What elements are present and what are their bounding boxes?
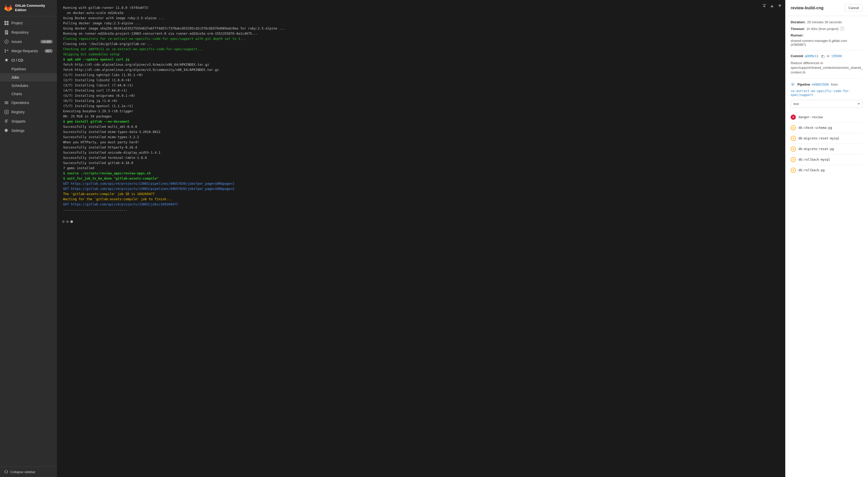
job-name: danger-review: [799, 115, 823, 119]
right-panel: review-build-cng Cancel Duration: 20 min…: [785, 0, 868, 477]
timeout-value: 1h 40m (from project): [806, 27, 838, 31]
job-status-pending-icon: ⏸: [790, 136, 796, 141]
pipelines-label: Pipelines: [11, 67, 26, 71]
sidebar-item-registry[interactable]: Registry: [0, 107, 57, 117]
terminal-dot-3: [70, 220, 73, 223]
sidebar-item-issues-label: Issues: [11, 39, 22, 44]
jobs-list: ✕ danger-review ⏸ db:check-schema-pg ⏸ d…: [790, 112, 863, 175]
job-name: db:migrate:reset-mysql: [799, 137, 840, 140]
duration-value: 20 minutes 30 seconds: [807, 20, 842, 24]
stage-select[interactable]: test build deploy: [790, 100, 863, 108]
charts-label: Charts: [11, 92, 22, 96]
job-item-check-schema-pg[interactable]: ⏸ db:check-schema-pg: [790, 123, 863, 133]
svg-rect-11: [822, 56, 824, 58]
sidebar-subitem-jobs[interactable]: Jobs: [0, 73, 57, 82]
merge-icon: [4, 49, 9, 53]
duration-label: Duration:: [790, 20, 806, 24]
sidebar-item-mr-label: Merge Requests: [11, 49, 38, 53]
sidebar-subitem-schedules[interactable]: Schedules: [0, 82, 57, 90]
svg-point-7: [5, 52, 6, 53]
right-panel-body: Duration: 20 minutes 30 seconds Timeout:…: [785, 16, 868, 477]
issues-badge: 14,493: [40, 40, 53, 43]
pipeline-link[interactable]: #49657839: [812, 83, 829, 86]
job-status-pending-icon: ⏸: [790, 168, 796, 173]
registry-icon: [4, 110, 9, 114]
job-title: review-build-cng: [790, 6, 824, 10]
job-name: db:check-schema-pg: [799, 126, 832, 129]
svg-point-6: [5, 49, 6, 50]
job-status-pending-icon: ⏸: [790, 157, 796, 162]
sidebar-item-repository[interactable]: Repository: [0, 28, 57, 37]
scroll-to-top-button[interactable]: [762, 3, 767, 8]
sidebar-header: GitLab Community Edition: [0, 0, 57, 16]
sidebar-subitem-pipelines[interactable]: Pipelines: [0, 65, 57, 73]
job-item-migrate-reset-pg[interactable]: ⏸ db:migrate:reset-pg: [790, 144, 863, 154]
job-status-pending-icon: ⏸: [790, 125, 796, 130]
terminal-dot-1: [62, 220, 65, 223]
pipeline-section: Pipeline #49657839 from ce-extract-ee-sp…: [790, 79, 863, 97]
pipeline-row: Pipeline #49657839 from: [790, 82, 863, 86]
runner-row: Runner: shared-runners-manager-6.gitlab.…: [790, 33, 863, 47]
collapse-sidebar-button[interactable]: Collapse sidebar: [4, 470, 53, 474]
runner-value: shared-runners-manager-6.gitlab.com (#38…: [790, 39, 863, 47]
sidebar-item-merge-requests[interactable]: Merge Requests 817: [0, 46, 57, 56]
sidebar-item-registry-label: Registry: [11, 110, 25, 114]
mr-badge: 817: [44, 49, 53, 53]
sidebar-footer: Collapse sidebar: [0, 467, 57, 477]
sidebar-item-snippets[interactable]: Snippets: [0, 117, 57, 126]
timeout-help-icon[interactable]: ?: [840, 27, 844, 31]
terminal-output: Running with gitlab-runner 11.8.0 (4745a…: [57, 0, 785, 217]
sidebar-item-cicd-label: CI / CD: [11, 58, 23, 62]
right-panel-header: review-build-cng Cancel: [785, 0, 868, 16]
job-name: db:rollback-mysql: [799, 158, 830, 161]
cicd-icon: [4, 58, 9, 63]
job-status-failed-icon: ✕: [790, 115, 796, 120]
commit-message: Reduce differences in spec/support/share…: [790, 61, 863, 75]
copy-commit-icon[interactable]: [821, 54, 825, 58]
job-item-danger-review[interactable]: ✕ danger-review: [790, 112, 863, 123]
terminal-dot-2: [66, 220, 69, 223]
timeout-row: Timeout: 1h 40m (from project) ?: [790, 27, 863, 31]
job-item-rollback-mysql[interactable]: ⏸ db:rollback-mysql: [790, 154, 863, 165]
settings-icon: [4, 128, 9, 133]
cancel-button[interactable]: Cancel: [845, 4, 863, 12]
job-name: db:migrate:reset-pg: [799, 147, 834, 151]
sidebar-item-snippets-label: Snippets: [11, 119, 25, 123]
sidebar-item-settings-label: Settings: [11, 128, 25, 133]
terminal-dots: [57, 217, 785, 226]
sidebar-item-project[interactable]: Project: [0, 18, 57, 28]
svg-rect-1: [7, 21, 8, 23]
svg-rect-0: [4, 21, 6, 23]
commit-row: Commit a00f9c11 in !25569: [790, 54, 863, 58]
commit-section: Commit a00f9c11 in !25569 Reduce differe…: [790, 50, 863, 75]
merge-request-link[interactable]: !25569: [832, 54, 842, 58]
job-item-rollback-pg[interactable]: ⏸ db:rollback-pg: [790, 165, 863, 175]
timeout-label: Timeout:: [790, 27, 805, 31]
duration-row: Duration: 20 minutes 30 seconds: [790, 20, 863, 24]
in-label: in: [827, 54, 830, 58]
collapse-icon: [4, 470, 8, 474]
collapse-label: Collapse sidebar: [10, 470, 35, 474]
sidebar-item-cicd[interactable]: CI / CD: [0, 56, 57, 65]
sidebar-subitem-charts[interactable]: Charts: [0, 90, 57, 98]
terminal-area[interactable]: Running with gitlab-runner 11.8.0 (4745a…: [57, 0, 785, 477]
sidebar-item-operations[interactable]: Operations: [0, 98, 57, 107]
scroll-up-button[interactable]: [770, 3, 774, 8]
issues-icon: [4, 39, 9, 44]
sidebar-item-settings[interactable]: Settings: [0, 126, 57, 135]
sidebar-nav: Project Repository Issues 14,493 Merge R…: [0, 16, 57, 467]
terminal-toolbar: [762, 3, 782, 8]
commit-hash-link[interactable]: a00f9c11: [805, 54, 818, 58]
project-icon: [4, 21, 9, 25]
gitlab-logo: [4, 4, 12, 12]
job-name: db:rollback-pg: [799, 169, 825, 172]
sidebar-item-operations-label: Operations: [11, 101, 29, 105]
app-title: GitLab Community Edition: [15, 4, 53, 12]
svg-rect-10: [763, 4, 766, 5]
sidebar-item-issues[interactable]: Issues 14,493: [0, 37, 57, 46]
job-item-migrate-reset-mysql[interactable]: ⏸ db:migrate:reset-mysql: [790, 133, 863, 144]
pipeline-status-icon: [790, 82, 795, 86]
pipeline-branch-link[interactable]: ce-extract-ee-specific-code-for-spec/sup…: [790, 89, 850, 97]
job-status-pending-icon: ⏸: [790, 146, 796, 152]
scroll-down-button[interactable]: [777, 3, 782, 8]
